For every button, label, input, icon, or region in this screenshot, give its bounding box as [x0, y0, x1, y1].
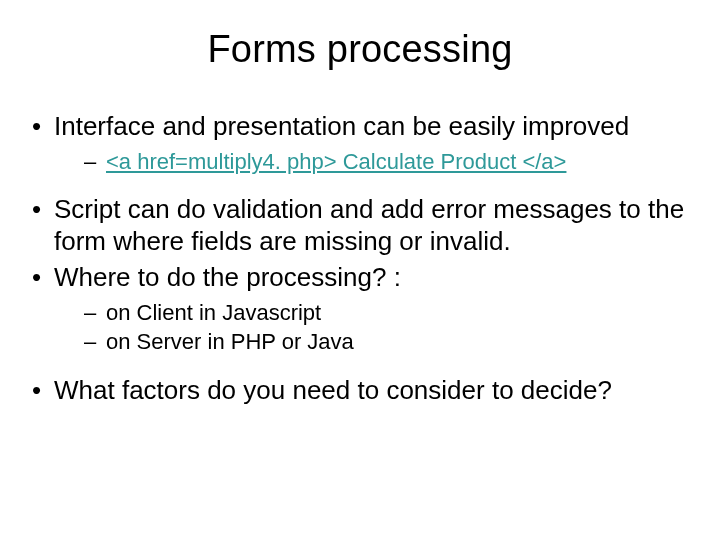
bullet-item: Script can do validation and add error m… [26, 194, 694, 257]
bullet-item: Where to do the processing? : on Client … [26, 262, 694, 357]
slide-title: Forms processing [26, 28, 694, 71]
bullet-text: Where to do the processing? : [54, 262, 401, 292]
bullet-item: Interface and presentation can be easily… [26, 111, 694, 176]
bullet-text: What factors do you need to consider to … [54, 375, 612, 405]
sub-bullet-text: on Client in Javascript [106, 300, 321, 325]
bullet-text: Script can do validation and add error m… [54, 194, 684, 256]
sub-bullet-list: on Client in Javascript on Server in PHP… [54, 298, 694, 357]
slide: Forms processing Interface and presentat… [0, 0, 720, 540]
sub-bullet-item: on Client in Javascript [54, 298, 694, 328]
sub-bullet-text: on Server in PHP or Java [106, 329, 354, 354]
bullet-item: What factors do you need to consider to … [26, 375, 694, 407]
bullet-text: Interface and presentation can be easily… [54, 111, 629, 141]
code-link[interactable]: <a href=multiply4. php> Calculate Produc… [106, 149, 566, 174]
sub-bullet-item: <a href=multiply4. php> Calculate Produc… [54, 147, 694, 177]
bullet-list: Interface and presentation can be easily… [26, 111, 694, 407]
sub-bullet-list: <a href=multiply4. php> Calculate Produc… [54, 147, 694, 177]
sub-bullet-item: on Server in PHP or Java [54, 327, 694, 357]
